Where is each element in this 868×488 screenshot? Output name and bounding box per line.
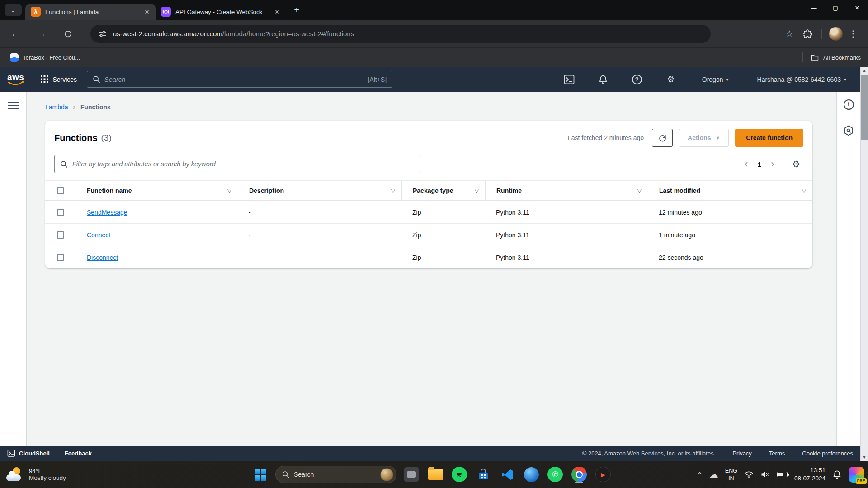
page-scrollbar[interactable]: ▲ ▼ xyxy=(860,67,868,461)
maximize-button[interactable]: ▢ xyxy=(825,0,846,15)
back-button[interactable]: ← xyxy=(7,26,24,42)
media-player-icon[interactable]: ▶ xyxy=(594,465,612,483)
feedback-link[interactable]: Feedback xyxy=(65,450,92,457)
notifications-bell-icon[interactable] xyxy=(832,470,842,479)
row-checkbox[interactable] xyxy=(57,209,64,216)
filter-triangle-icon[interactable]: ▽ xyxy=(227,188,231,194)
function-link[interactable]: Connect xyxy=(87,231,110,239)
filter-triangle-icon[interactable]: ▽ xyxy=(475,188,479,194)
whatsapp-icon[interactable]: ✆ xyxy=(546,465,564,483)
wifi-icon[interactable] xyxy=(744,470,754,479)
footer-right: © 2024, Amazon Web Services, Inc. or its… xyxy=(582,450,853,457)
taskbar-app-icon-1[interactable] xyxy=(402,465,420,483)
browser-tab-apigateway[interactable]: API Gateway - Create WebSock ✕ xyxy=(156,4,286,20)
new-tab-button[interactable]: + xyxy=(290,3,303,17)
row-checkbox[interactable] xyxy=(57,231,64,239)
extensions-icon[interactable] xyxy=(800,26,815,42)
weather-widget[interactable]: 94°F Mostly cloudy xyxy=(0,466,66,483)
blue-sphere-app-icon[interactable] xyxy=(522,465,540,483)
profile-avatar[interactable] xyxy=(829,27,843,41)
filter-triangle-icon[interactable]: ▽ xyxy=(391,188,395,194)
resource-explorer-button[interactable] xyxy=(837,117,860,143)
volume-muted-icon[interactable] xyxy=(760,470,770,479)
aws-logo[interactable]: aws xyxy=(7,73,24,86)
address-bar[interactable]: us-west-2.console.aws.amazon.com/lambda/… xyxy=(90,25,711,43)
all-bookmarks-button[interactable]: All Bookmarks xyxy=(798,52,861,62)
site-settings-icon[interactable] xyxy=(99,30,107,38)
region-selector[interactable]: Oregon ▾ xyxy=(695,76,736,83)
column-header-runtime[interactable]: Runtime▽ xyxy=(485,181,648,200)
bookmark-star-icon[interactable]: ☆ xyxy=(782,26,797,42)
close-window-button[interactable]: ✕ xyxy=(846,0,868,15)
account-menu[interactable]: Harshana @ 0582-6442-6603 ▾ xyxy=(750,76,853,83)
browser-menu-icon[interactable]: ⋮ xyxy=(845,26,861,42)
spotify-icon[interactable] xyxy=(450,465,468,483)
scroll-up-arrow[interactable]: ▲ xyxy=(861,67,868,74)
column-header-package-type[interactable]: Package type▽ xyxy=(401,181,485,200)
cloudshell-icon xyxy=(7,450,15,457)
start-button[interactable] xyxy=(251,465,269,483)
select-all-checkbox[interactable] xyxy=(57,187,64,194)
actions-button[interactable]: Actions ▼ xyxy=(679,129,729,147)
function-link[interactable]: SendMessage xyxy=(87,209,127,216)
refresh-button[interactable] xyxy=(652,129,673,147)
notifications-bell-icon[interactable] xyxy=(594,70,613,89)
help-icon[interactable]: ? xyxy=(627,70,646,89)
file-explorer-icon[interactable] xyxy=(426,465,444,483)
bookmark-terabox[interactable]: TeraBox - Free Clou... xyxy=(7,52,83,64)
row-checkbox[interactable] xyxy=(57,254,64,261)
prev-page-button[interactable]: ‹ xyxy=(740,157,753,171)
aws-search-box[interactable]: [Alt+S] xyxy=(87,71,392,88)
filter-box[interactable] xyxy=(54,155,420,173)
cloudshell-icon[interactable] xyxy=(560,70,579,89)
cookie-preferences-link[interactable]: Cookie preferences xyxy=(802,450,853,457)
services-menu-button[interactable]: Services xyxy=(41,75,77,83)
weather-temp: 94°F xyxy=(29,468,66,474)
taskbar-search[interactable]: Search xyxy=(275,466,396,483)
breadcrumb-lambda-link[interactable]: Lambda xyxy=(45,103,68,111)
preferences-gear-icon[interactable]: ⚙ xyxy=(789,157,803,171)
close-icon[interactable]: ✕ xyxy=(142,7,152,17)
next-page-button[interactable]: › xyxy=(766,157,779,171)
minimize-button[interactable]: — xyxy=(803,0,825,15)
functions-count: (3) xyxy=(101,133,112,143)
actions-label: Actions xyxy=(688,134,711,141)
hamburger-menu-icon[interactable] xyxy=(8,102,19,446)
tray-overflow-chevron-icon[interactable]: ⌄ xyxy=(697,471,703,478)
close-icon[interactable]: ✕ xyxy=(272,7,282,17)
column-header-function-name[interactable]: Function name▽ xyxy=(76,181,238,200)
settings-gear-icon[interactable]: ⚙ xyxy=(661,70,680,89)
filter-triangle-icon[interactable]: ▽ xyxy=(637,188,642,194)
column-header-description[interactable]: Description▽ xyxy=(238,181,401,200)
vscode-icon[interactable] xyxy=(498,465,516,483)
screen: ⌄ λ Functions | Lambda ✕ API Gateway - C… xyxy=(0,0,868,488)
info-panel-button[interactable]: i xyxy=(837,92,860,117)
copilot-icon[interactable]: PRE xyxy=(849,467,864,483)
chevron-down-icon: ⌄ xyxy=(11,7,16,14)
cloudshell-footer-button[interactable]: CloudShell xyxy=(7,450,50,457)
column-label: Package type xyxy=(413,187,453,194)
filter-triangle-icon[interactable]: ▽ xyxy=(802,188,806,194)
scrollbar-thumb[interactable] xyxy=(861,75,868,140)
onedrive-cloud-icon[interactable]: ☁ xyxy=(709,469,718,480)
battery-icon[interactable] xyxy=(777,472,788,477)
tab-search-button[interactable]: ⌄ xyxy=(5,4,22,16)
terms-link[interactable]: Terms xyxy=(769,450,785,457)
reload-button[interactable] xyxy=(60,26,76,42)
left-rail xyxy=(0,92,27,446)
scroll-down-arrow[interactable]: ▼ xyxy=(861,454,868,461)
language-indicator[interactable]: ENG IN xyxy=(725,467,737,482)
privacy-link[interactable]: Privacy xyxy=(732,450,752,457)
clock[interactable]: 13:51 08-07-2024 xyxy=(794,466,826,483)
aws-search-input[interactable] xyxy=(104,76,363,83)
create-function-button[interactable]: Create function xyxy=(735,129,803,147)
column-header-last-modified[interactable]: Last modified▽ xyxy=(648,181,812,200)
breadcrumb-current: Functions xyxy=(80,103,111,111)
filter-input[interactable] xyxy=(72,160,415,168)
chrome-icon[interactable] xyxy=(570,465,588,483)
page-number[interactable]: 1 xyxy=(753,160,766,168)
forward-button[interactable]: → xyxy=(33,26,50,42)
browser-tab-lambda[interactable]: λ Functions | Lambda ✕ xyxy=(25,4,156,20)
function-link[interactable]: Disconnect xyxy=(87,254,118,261)
microsoft-store-icon[interactable] xyxy=(474,465,492,483)
